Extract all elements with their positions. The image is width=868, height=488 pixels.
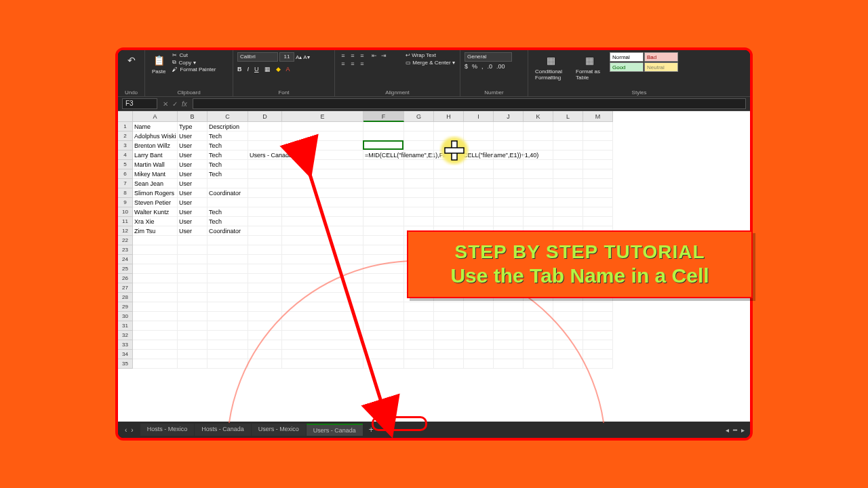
cell[interactable]: [282, 312, 363, 321]
cell[interactable]: [464, 359, 494, 369]
cell[interactable]: [178, 283, 208, 293]
row-header[interactable]: 34: [118, 350, 133, 359]
cell[interactable]: [583, 122, 613, 131]
cell[interactable]: Tech: [208, 207, 248, 217]
cell[interactable]: [282, 179, 363, 188]
column-header[interactable]: J: [494, 111, 524, 122]
cell[interactable]: [282, 274, 363, 283]
cell[interactable]: [494, 312, 524, 321]
cell[interactable]: [464, 217, 494, 226]
cell[interactable]: Tech: [208, 141, 248, 150]
cell[interactable]: [583, 359, 613, 369]
cell[interactable]: [494, 350, 524, 359]
cell[interactable]: [553, 321, 583, 331]
cell[interactable]: [434, 359, 464, 369]
cell[interactable]: [363, 198, 404, 207]
row-header[interactable]: 31: [118, 321, 133, 331]
cell[interactable]: Martin Wall: [133, 160, 178, 169]
cell[interactable]: =MID(CELL("filename",E1),FIND("]",CELL("…: [363, 150, 404, 160]
scroll-thumb[interactable]: ━: [733, 426, 737, 434]
cell[interactable]: Tech: [208, 150, 248, 160]
cell[interactable]: [464, 122, 494, 131]
cell[interactable]: User: [178, 141, 208, 150]
cell[interactable]: [248, 236, 282, 245]
select-all-button[interactable]: [118, 111, 133, 122]
sheet-tab[interactable]: Users - Mexico: [252, 424, 306, 436]
cell[interactable]: Slimon Rogers: [133, 188, 178, 198]
style-bad[interactable]: Bad: [644, 52, 678, 62]
cell[interactable]: [178, 350, 208, 359]
font-name-select[interactable]: Calibri: [237, 52, 278, 62]
cell[interactable]: [363, 331, 404, 340]
cell[interactable]: [404, 179, 434, 188]
cell[interactable]: [553, 122, 583, 131]
column-header[interactable]: F: [363, 111, 404, 122]
fx-icon[interactable]: fx: [182, 100, 187, 108]
cell[interactable]: [178, 359, 208, 369]
cell[interactable]: [133, 321, 178, 331]
cell[interactable]: [404, 302, 434, 312]
cell[interactable]: [248, 179, 282, 188]
cell[interactable]: [464, 340, 494, 350]
cell[interactable]: Users - Canada: [248, 150, 282, 160]
cell[interactable]: Tech: [208, 217, 248, 226]
name-box[interactable]: F3: [122, 98, 157, 109]
paste-button[interactable]: 📋 Paste: [149, 52, 168, 76]
cell[interactable]: Sean Jean: [133, 179, 178, 188]
cell[interactable]: [248, 131, 282, 141]
cell[interactable]: [404, 131, 434, 141]
cell[interactable]: [248, 141, 282, 150]
cell[interactable]: [494, 198, 524, 207]
cell[interactable]: [434, 188, 464, 198]
cell[interactable]: [248, 169, 282, 179]
cell[interactable]: Mikey Mant: [133, 169, 178, 179]
cell[interactable]: [524, 207, 553, 217]
cell[interactable]: [553, 188, 583, 198]
cell[interactable]: [553, 350, 583, 359]
row-header[interactable]: 23: [118, 245, 133, 255]
indent-buttons[interactable]: ⇤⇥: [370, 52, 397, 59]
cell[interactable]: [248, 217, 282, 226]
align-buttons[interactable]: ≡≡≡ ≡≡≡: [339, 52, 366, 67]
cell[interactable]: [583, 350, 613, 359]
cell[interactable]: [133, 302, 178, 312]
cell[interactable]: [494, 179, 524, 188]
cell[interactable]: User: [178, 150, 208, 160]
row-header[interactable]: 7: [118, 179, 133, 188]
decrease-decimal-button[interactable]: .00: [496, 63, 505, 70]
cell[interactable]: [248, 321, 282, 331]
cell[interactable]: [363, 245, 404, 255]
row-header[interactable]: 24: [118, 255, 133, 264]
cell[interactable]: [553, 217, 583, 226]
copy-button[interactable]: ⧉Copy ▾: [172, 59, 216, 66]
cell[interactable]: [583, 321, 613, 331]
cell[interactable]: [282, 160, 363, 169]
cell[interactable]: [404, 141, 434, 150]
cell[interactable]: [133, 312, 178, 321]
style-neutral[interactable]: Neutral: [644, 62, 678, 72]
cell[interactable]: Tech: [208, 169, 248, 179]
cell[interactable]: [404, 188, 434, 198]
cell[interactable]: [494, 217, 524, 226]
cell[interactable]: [404, 122, 434, 131]
cell[interactable]: [583, 188, 613, 198]
row-header[interactable]: 22: [118, 236, 133, 245]
cell[interactable]: [434, 122, 464, 131]
cell[interactable]: [363, 226, 404, 236]
sheet-next-button[interactable]: ›: [131, 426, 133, 434]
cell[interactable]: [553, 302, 583, 312]
cell[interactable]: User: [178, 160, 208, 169]
cell[interactable]: [404, 331, 434, 340]
cell[interactable]: [524, 302, 553, 312]
cell[interactable]: [248, 255, 282, 264]
cell[interactable]: [434, 340, 464, 350]
cell[interactable]: [524, 179, 553, 188]
cell[interactable]: [363, 179, 404, 188]
scroll-left-icon[interactable]: ◂: [726, 426, 729, 434]
row-header[interactable]: 4: [118, 150, 133, 160]
cell[interactable]: User: [178, 131, 208, 141]
cell[interactable]: [282, 131, 363, 141]
cell[interactable]: [524, 141, 553, 150]
cell[interactable]: [282, 283, 363, 293]
cell[interactable]: [553, 207, 583, 217]
